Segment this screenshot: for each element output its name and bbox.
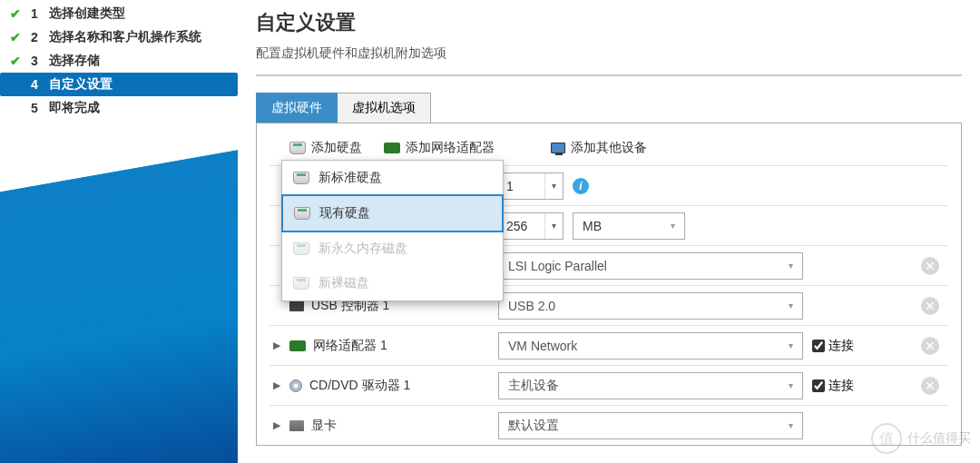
action-label: 添加网络适配器	[406, 140, 495, 156]
gpu-select[interactable]: 默认设置 ▾	[498, 412, 803, 439]
divider	[256, 74, 962, 76]
chevron-down-icon: ▾	[789, 300, 793, 310]
usb-select[interactable]: USB 2.0 ▾	[498, 292, 803, 320]
memory-value[interactable]	[499, 215, 544, 237]
cdrom-row: ▶ CD/DVD 驱动器 1 主机设备 ▾ 连接 ✕	[270, 365, 948, 405]
add-other-button[interactable]: 添加其他设备	[544, 136, 654, 160]
cpu-count-input[interactable]: ▾	[498, 172, 564, 200]
chevron-down-icon[interactable]: ▾	[544, 173, 563, 199]
disk-icon	[293, 172, 309, 184]
step-number: 5	[25, 101, 44, 115]
watermark-badge: 值	[871, 423, 902, 454]
menu-new-pmem-disk: 新永久内存磁盘	[282, 232, 503, 266]
action-label: 添加其他设备	[571, 140, 647, 156]
tabs: 虚拟硬件 虚拟机选项	[256, 93, 962, 123]
nic-row: ▶ 网络适配器 1 VM Network ▾ 连接 ✕	[270, 325, 948, 365]
gpu-label[interactable]: ▶ 显卡	[270, 418, 498, 434]
cdrom-connect-input[interactable]	[812, 379, 825, 392]
remove-cdrom-button[interactable]: ✕	[921, 377, 939, 395]
check-icon: ✔	[9, 30, 22, 44]
disk-icon	[289, 142, 306, 154]
gpu-icon	[289, 420, 304, 431]
unit-label: MB	[583, 219, 602, 233]
step-label: 选择存储	[49, 53, 100, 69]
remove-nic-button[interactable]: ✕	[921, 337, 939, 355]
watermark: 值 什么值得买	[871, 423, 971, 454]
chevron-down-icon: ▾	[789, 420, 793, 430]
wizard-step-3[interactable]: ✔ 3 选择存储	[0, 49, 238, 73]
memory-unit-select[interactable]: MB ▾	[573, 212, 685, 240]
step-label: 选择名称和客户机操作系统	[49, 29, 201, 45]
menu-new-raw-disk: 新裸磁盘	[282, 266, 503, 300]
nic-connect-checkbox[interactable]: 连接	[812, 338, 854, 354]
disk-icon	[293, 242, 309, 255]
page-title: 自定义设置	[256, 9, 962, 36]
info-icon[interactable]: i	[573, 178, 589, 194]
watermark-text: 什么值得买	[907, 430, 971, 447]
check-icon: ✔	[9, 6, 22, 21]
chevron-down-icon: ▾	[789, 380, 793, 390]
cd-icon	[289, 379, 302, 392]
expand-icon[interactable]: ▶	[273, 379, 282, 391]
menu-label: 新永久内存磁盘	[318, 241, 407, 257]
nic-connect-input[interactable]	[812, 340, 825, 352]
main-panel: 自定义设置 配置虚拟机硬件和虚拟机附加选项 虚拟硬件 虚拟机选项 添加硬盘 新标…	[238, 0, 980, 463]
wizard-step-5[interactable]: 5 即将完成	[0, 96, 238, 120]
nic-label[interactable]: ▶ 网络适配器 1	[270, 338, 498, 354]
device-icon	[551, 143, 565, 153]
cpu-value[interactable]	[499, 175, 544, 197]
scsi-value: LSI Logic Parallel	[508, 259, 607, 273]
chevron-down-icon: ▾	[789, 261, 793, 271]
step-number: 3	[25, 54, 44, 68]
add-disk-button[interactable]: 添加硬盘 新标准硬盘 现有硬盘 新永久内存磁盘	[282, 136, 369, 160]
memory-input[interactable]: ▾	[498, 212, 564, 240]
disk-icon	[293, 277, 309, 290]
remove-scsi-button[interactable]: ✕	[921, 257, 939, 275]
tab-vm-options[interactable]: 虚拟机选项	[338, 93, 431, 123]
expand-icon[interactable]: ▶	[273, 340, 282, 351]
wizard-sidebar: ✔ 1 选择创建类型 ✔ 2 选择名称和客户机操作系统 ✔ 3 选择存储 4 自…	[0, 0, 238, 463]
wizard-step-2[interactable]: ✔ 2 选择名称和客户机操作系统	[0, 25, 238, 49]
add-nic-button[interactable]: 添加网络适配器	[377, 136, 502, 160]
step-number: 4	[25, 77, 44, 92]
nic-value: VM Network	[508, 339, 577, 353]
menu-label: 新裸磁盘	[318, 275, 369, 291]
action-bar: 添加硬盘 新标准硬盘 现有硬盘 新永久内存磁盘	[270, 136, 948, 160]
menu-existing-disk[interactable]: 现有硬盘	[281, 194, 504, 232]
step-number: 2	[25, 30, 44, 44]
page-subtitle: 配置虚拟机硬件和虚拟机附加选项	[256, 45, 962, 62]
hardware-panel: 添加硬盘 新标准硬盘 现有硬盘 新永久内存磁盘	[256, 123, 962, 446]
step-number: 1	[25, 6, 44, 21]
action-label: 添加硬盘	[311, 140, 362, 156]
menu-label: 新标准硬盘	[318, 170, 382, 186]
gpu-row: ▶ 显卡 默认设置 ▾	[270, 405, 948, 445]
usb-value: USB 2.0	[508, 299, 555, 313]
wizard-step-4[interactable]: 4 自定义设置	[0, 73, 238, 96]
gpu-value: 默认设置	[508, 418, 559, 434]
nic-icon	[289, 340, 306, 351]
menu-new-standard-disk[interactable]: 新标准硬盘	[282, 161, 503, 195]
step-label: 选择创建类型	[49, 5, 125, 22]
menu-label: 现有硬盘	[319, 205, 370, 222]
nic-icon	[384, 143, 400, 153]
disk-dropdown-menu: 新标准硬盘 现有硬盘 新永久内存磁盘 新裸磁盘	[281, 160, 504, 301]
disk-icon	[294, 207, 310, 220]
wizard-step-1[interactable]: ✔ 1 选择创建类型	[0, 2, 238, 25]
tab-virtual-hardware[interactable]: 虚拟硬件	[256, 93, 338, 123]
cdrom-connect-checkbox[interactable]: 连接	[812, 378, 854, 394]
nic-select[interactable]: VM Network ▾	[498, 332, 803, 360]
chevron-down-icon: ▾	[789, 340, 793, 350]
usb-icon	[289, 300, 304, 311]
chevron-down-icon: ▾	[671, 221, 675, 231]
scsi-select[interactable]: LSI Logic Parallel ▾	[498, 252, 803, 280]
cdrom-label[interactable]: ▶ CD/DVD 驱动器 1	[270, 378, 498, 394]
check-icon: ✔	[9, 54, 22, 68]
cdrom-select[interactable]: 主机设备 ▾	[498, 372, 803, 399]
step-label: 自定义设置	[49, 76, 113, 93]
step-label: 即将完成	[49, 100, 100, 116]
expand-icon[interactable]: ▶	[273, 419, 282, 431]
cdrom-value: 主机设备	[508, 378, 559, 394]
chevron-down-icon[interactable]: ▾	[544, 213, 563, 239]
remove-usb-button[interactable]: ✕	[921, 297, 939, 315]
